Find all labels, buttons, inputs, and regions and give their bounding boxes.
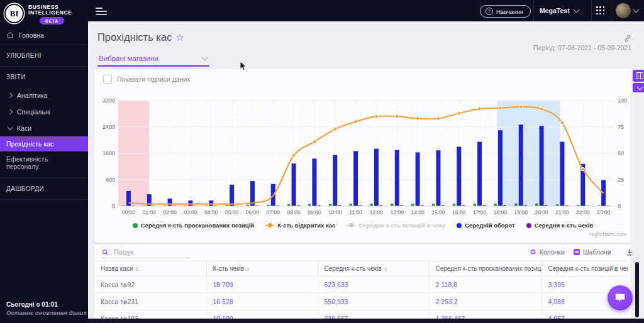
sidebar-section-favorites[interactable]: УЛЮБЛЕНІ bbox=[0, 45, 88, 66]
line-marker bbox=[333, 128, 337, 131]
chat-bubble-icon bbox=[614, 293, 626, 303]
cell-value[interactable]: 2 253,2 bbox=[429, 293, 541, 310]
column-header[interactable]: Середня к-сть просканованих позицій▲▼ bbox=[429, 261, 541, 276]
line-marker bbox=[292, 154, 296, 158]
legend-item[interactable]: Середня к-сть позицій в чеку bbox=[347, 222, 445, 229]
templates-button[interactable]: Шаблони bbox=[574, 248, 611, 256]
cell-value[interactable]: 2 118,8 bbox=[429, 276, 541, 293]
x-axis-label: 04:00 bbox=[204, 209, 218, 216]
sort-icon[interactable]: ▲▼ bbox=[384, 266, 387, 271]
bar-scanned bbox=[494, 204, 497, 206]
x-axis-label: 14:00 bbox=[411, 209, 425, 216]
x-axis-label: 08:00 bbox=[287, 209, 301, 216]
template-icon bbox=[574, 249, 580, 255]
x-axis-label: 19:00 bbox=[514, 209, 528, 216]
legend-marker-icon bbox=[265, 225, 274, 226]
legend-item[interactable]: Середня к-сть просканованих позицій bbox=[133, 222, 254, 229]
search-icon bbox=[102, 249, 109, 256]
column-header[interactable]: К-сть чеків▲▼ bbox=[206, 261, 318, 276]
cell-value[interactable]: 623,633 bbox=[318, 276, 429, 293]
sidebar-section-reports[interactable]: ЗВІТИ bbox=[0, 67, 88, 87]
logo-bi-mark: BI bbox=[4, 4, 24, 23]
training-button[interactable]: ? Навчання bbox=[480, 5, 531, 18]
data-refresh-note: Сьогодні о 01:01 Останнє оновлення даних bbox=[6, 300, 87, 317]
bar-turnover bbox=[126, 191, 131, 206]
table-vertical-scrollbar[interactable] bbox=[635, 262, 639, 317]
download-icon[interactable] bbox=[626, 248, 631, 256]
line-marker bbox=[313, 140, 316, 144]
sort-icon[interactable]: ▲▼ bbox=[136, 266, 139, 271]
cell-cash-name: Касса №92 bbox=[94, 276, 206, 293]
x-axis-label: 18:00 bbox=[494, 209, 508, 216]
sidebar-toggle-icon[interactable] bbox=[96, 6, 107, 16]
chart-legend: Середня к-сть просканованих позиційК-сть… bbox=[94, 222, 631, 229]
column-header[interactable]: Середня к-сть позицій в чеку▲▼ bbox=[541, 261, 628, 276]
legend-label: Середня к-сть чеків bbox=[535, 222, 594, 229]
line-marker bbox=[375, 114, 379, 118]
user-avatar[interactable] bbox=[616, 3, 631, 18]
chevron-down-icon[interactable] bbox=[633, 7, 640, 13]
bar-scanned bbox=[514, 204, 518, 206]
x-axis-label: 20:00 bbox=[535, 209, 548, 216]
favorite-star-icon[interactable]: ☆ bbox=[175, 32, 184, 43]
sidebar-item-staff-efficiency[interactable]: Ефективність персоналу bbox=[0, 151, 88, 174]
sidebar: BI BUSINESS INTELLIGENCE BETA Головна УЛ… bbox=[0, 0, 88, 323]
column-header[interactable]: Назва каси▲▼ bbox=[94, 261, 206, 276]
share-link-icon[interactable] bbox=[623, 34, 632, 43]
bar-turnover bbox=[230, 185, 234, 206]
line-marker bbox=[560, 121, 564, 124]
cell-value[interactable]: 550,933 bbox=[318, 293, 429, 310]
sidebar-item-home[interactable]: Головна bbox=[0, 26, 88, 45]
logo-line2: INTELLIGENCE bbox=[28, 10, 72, 16]
bar-turnover bbox=[436, 150, 440, 206]
table-row[interactable]: Касса №23116 528550,9332 253,24,088 bbox=[94, 293, 628, 310]
sidebar-item-cash-traffic[interactable]: Прохідність кас bbox=[0, 136, 88, 151]
chevron-right-icon bbox=[8, 93, 13, 98]
tenant-switcher[interactable]: MegaTest bbox=[540, 0, 579, 21]
columns-button[interactable]: ⚙ Колонки bbox=[530, 248, 565, 256]
sidebar-item-special[interactable]: Спеціальні bbox=[0, 104, 88, 120]
sidebar-item-analytics[interactable]: Аналітика bbox=[0, 87, 88, 104]
bar-turnover bbox=[457, 147, 461, 207]
show-data-labels-checkbox[interactable]: Показати підписи даних bbox=[103, 75, 191, 84]
chart-collapse-button[interactable] bbox=[633, 83, 644, 92]
sort-icon[interactable]: ▲▼ bbox=[247, 266, 250, 271]
table-search[interactable] bbox=[102, 248, 190, 258]
bar-turnover bbox=[519, 124, 523, 206]
x-axis-label: 02:00 bbox=[163, 209, 177, 216]
beta-badge: BETA bbox=[40, 17, 64, 25]
table-horizontal-scrollbar[interactable] bbox=[88, 319, 644, 323]
traffic-chart[interactable]: 0800160024003200025507510000:0001:0002:0… bbox=[97, 94, 629, 220]
chevron-down-icon bbox=[8, 125, 13, 130]
x-axis-label: 06:00 bbox=[246, 209, 260, 216]
x-axis-label: 07:00 bbox=[267, 209, 280, 216]
bar-scanned bbox=[391, 204, 394, 206]
bar-turnover bbox=[333, 155, 337, 206]
legend-item[interactable]: Середній оборот bbox=[457, 222, 515, 229]
home-icon bbox=[6, 31, 14, 39]
search-input[interactable] bbox=[113, 248, 187, 256]
legend-label: Середня к-сть просканованих позицій bbox=[141, 222, 254, 229]
bar-scanned bbox=[411, 204, 414, 206]
cell-value[interactable]: 16 528 bbox=[206, 293, 318, 310]
legend-item[interactable]: К-сть відкритих кас bbox=[265, 222, 335, 229]
column-header[interactable]: Середня к-сть чеків▲▼ bbox=[318, 261, 429, 276]
x-axis-label: 22:00 bbox=[576, 209, 590, 216]
legend-label: Середній оборот bbox=[465, 222, 515, 229]
chevron-down-icon bbox=[636, 84, 643, 90]
legend-marker-icon bbox=[347, 225, 355, 226]
app-logo[interactable]: BI BUSINESS INTELLIGENCE BETA bbox=[0, 0, 88, 26]
sidebar-item-label: Головна bbox=[19, 31, 44, 39]
chart-table-view-button[interactable] bbox=[633, 70, 644, 82]
apps-grid-icon[interactable] bbox=[596, 6, 605, 15]
cell-value[interactable]: 18 709 bbox=[206, 276, 318, 293]
stores-dropdown[interactable]: Вибрані магазини bbox=[97, 53, 209, 67]
bar-turnover bbox=[312, 158, 316, 206]
legend-item[interactable]: Середня к-сть чеків bbox=[526, 222, 594, 229]
chat-fab-button[interactable] bbox=[608, 285, 633, 310]
table-row[interactable]: Касса №9218 709623,6332 118,83,395 bbox=[94, 276, 628, 293]
sidebar-section-dashboards[interactable]: ДАШБОРДИ bbox=[0, 178, 88, 199]
bar-scanned bbox=[535, 204, 538, 206]
left-axis-tick: 2400 bbox=[103, 124, 115, 130]
sidebar-item-kasy[interactable]: Каси bbox=[0, 120, 88, 136]
